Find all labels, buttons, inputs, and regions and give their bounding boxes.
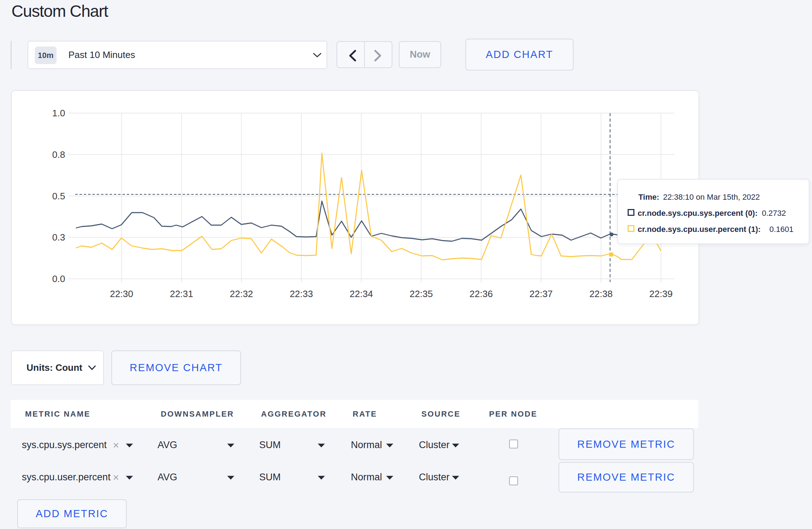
- svg-text:1.0: 1.0: [52, 108, 65, 118]
- svg-text:0.8: 0.8: [52, 149, 65, 160]
- svg-text:22:30: 22:30: [110, 288, 133, 299]
- svg-text:22:34: 22:34: [350, 288, 373, 299]
- svg-text:22:38: 22:38: [589, 288, 613, 299]
- svg-text:22:39: 22:39: [649, 288, 673, 299]
- svg-text:0.5: 0.5: [52, 191, 65, 202]
- svg-text:0.0: 0.0: [52, 273, 65, 284]
- svg-text:22:37: 22:37: [530, 288, 553, 299]
- svg-text:22:32: 22:32: [230, 288, 253, 299]
- svg-text:22:33: 22:33: [290, 288, 313, 299]
- svg-text:0.3: 0.3: [52, 232, 65, 243]
- svg-text:22:35: 22:35: [410, 288, 433, 299]
- svg-text:22:36: 22:36: [469, 288, 493, 299]
- svg-text:22:31: 22:31: [170, 288, 193, 299]
